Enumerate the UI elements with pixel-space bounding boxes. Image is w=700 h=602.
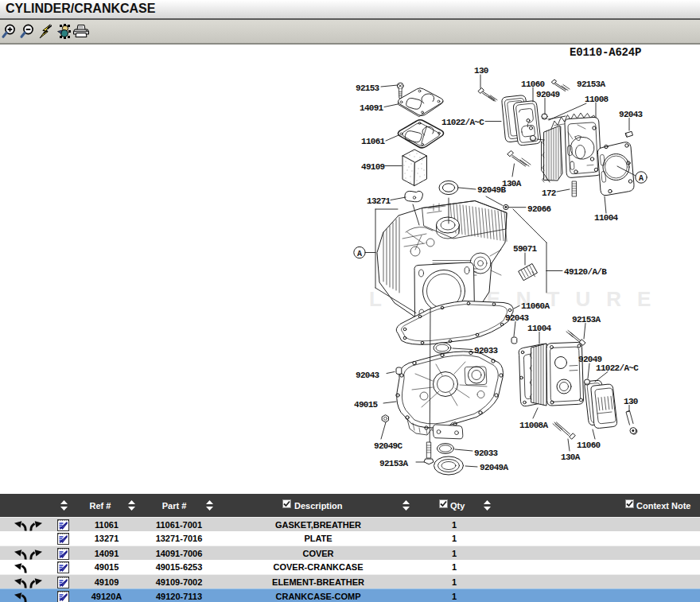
svg-text:92049B: 92049B (477, 185, 507, 195)
svg-text:11060A: 11060A (521, 301, 550, 311)
svg-text:14091: 14091 (360, 103, 384, 113)
svg-text:92153A: 92153A (577, 80, 606, 89)
svg-text:172: 172 (542, 188, 556, 198)
svg-text:92049A: 92049A (480, 463, 509, 472)
svg-text:92153: 92153 (356, 84, 380, 93)
svg-text:11060: 11060 (577, 441, 601, 450)
svg-text:92043: 92043 (505, 313, 530, 323)
svg-text:11004: 11004 (594, 213, 619, 223)
svg-text:11061: 11061 (361, 137, 386, 146)
svg-text:A: A (357, 250, 362, 258)
svg-text:92033: 92033 (474, 449, 499, 458)
svg-text:92153A: 92153A (572, 315, 601, 324)
svg-text:11004: 11004 (527, 324, 552, 333)
svg-text:49109: 49109 (361, 162, 385, 172)
svg-text:A: A (639, 174, 644, 183)
svg-text:49015: 49015 (354, 400, 379, 410)
svg-text:92043: 92043 (356, 371, 380, 380)
svg-text:130: 130 (624, 397, 638, 406)
svg-text:11022/A~C: 11022/A~C (441, 118, 484, 127)
svg-text:92049C: 92049C (374, 441, 403, 451)
svg-text:11008: 11008 (585, 95, 609, 104)
svg-text:11060: 11060 (521, 80, 545, 89)
svg-text:E0110-A624P: E0110-A624P (570, 46, 641, 59)
svg-text:92066: 92066 (527, 204, 551, 214)
svg-text:130: 130 (474, 66, 488, 76)
svg-text:13271: 13271 (367, 196, 391, 206)
svg-text:59071: 59071 (513, 244, 538, 254)
svg-text:92043: 92043 (619, 110, 644, 119)
svg-text:49120/A/B: 49120/A/B (564, 267, 607, 277)
svg-text:92153A: 92153A (379, 459, 409, 468)
svg-text:11022/A~C: 11022/A~C (596, 363, 639, 373)
svg-text:92049: 92049 (536, 90, 560, 99)
svg-text:11008A: 11008A (519, 421, 549, 430)
svg-text:130A: 130A (561, 452, 581, 462)
svg-text:92033: 92033 (474, 346, 499, 355)
